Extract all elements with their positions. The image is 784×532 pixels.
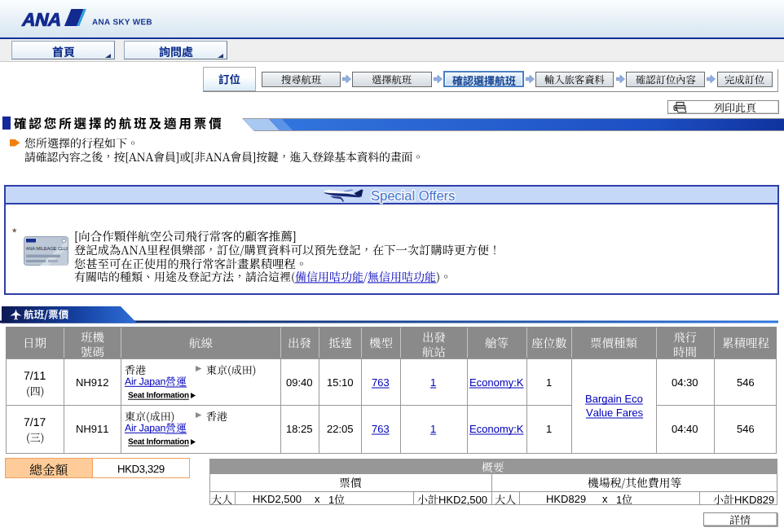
svg-text:Special Offers: Special Offers — [371, 188, 455, 203]
